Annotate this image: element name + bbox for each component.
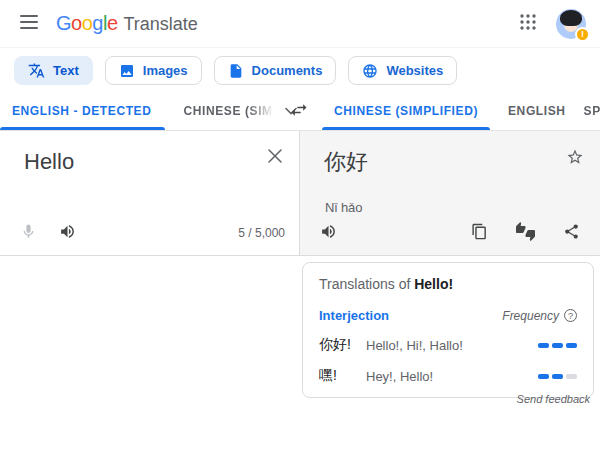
target-lang-label: CHINESE (SIMPLIFIED) [334,104,478,118]
source-text-input[interactable]: Hello [24,148,74,177]
target-panel: 你好 Nǐ hǎo [300,131,600,255]
save-translation-button[interactable] [562,144,588,173]
source-toolbar: 5 / 5,000 [0,211,299,255]
tab-images[interactable]: Images [105,56,202,85]
hamburger-icon [20,15,38,32]
translation-row[interactable]: 你好! Hello!, Hi!, Hallo! [319,336,577,354]
source-language-tabs: ENGLISH - DETECTED CHINESE (SIMPLIFIED) [0,91,300,130]
microphone-icon [20,223,37,243]
document-icon [228,63,244,79]
translation-row[interactable]: 嘿! Hey!, Hello! [319,367,577,385]
tab-images-label: Images [143,63,188,78]
tab-text-label: Text [53,63,79,78]
rate-translation-button[interactable] [510,216,541,250]
translation-term: 你好! [319,336,366,354]
source-lang-label: CHINESE (SIMPLIFIED) [183,104,277,118]
translate-icon [28,62,45,79]
target-lang-label: ENGLISH [508,104,566,118]
tab-websites-label: Websites [386,63,443,78]
menu-button[interactable] [16,11,42,36]
speaker-icon [59,223,76,243]
tab-documents-label: Documents [252,63,323,78]
definitions-header: Interjection Frequency ? [319,308,577,323]
voice-input-button[interactable] [14,217,43,249]
card-title-prefix: Translations of [319,276,410,292]
source-lang-tab-chinese[interactable]: CHINESE (SIMPLIFIED) [183,91,277,130]
translation-term: 嘿! [319,367,366,385]
card-title-word: Hello! [414,276,453,292]
close-icon [267,152,283,167]
speaker-icon [320,223,337,243]
part-of-speech[interactable]: Interjection [319,308,389,323]
google-logo: Google [56,12,118,35]
product-name: Translate [124,14,198,35]
apps-grid-icon [520,14,536,33]
frequency-bars [538,343,577,348]
translation-gloss: Hello!, Hi!, Hallo! [366,338,463,353]
app-header: Google Translate ! [0,0,600,48]
mode-tabs: Text Images Documents Websites [0,48,600,91]
globe-icon [362,63,378,79]
listen-translation-button[interactable] [314,217,343,249]
translation-gloss: Hey!, Hello! [366,369,433,384]
image-icon [119,63,135,79]
share-icon [563,223,580,243]
send-feedback-link[interactable]: Send feedback [517,393,590,405]
source-lang-tab-english-detected[interactable]: ENGLISH - DETECTED [0,91,165,130]
copy-translation-button[interactable] [465,217,494,249]
notification-badge: ! [575,27,590,42]
target-lang-tab-english[interactable]: ENGLISH [508,91,566,130]
frequency-header: Frequency ? [502,309,577,323]
target-lang-tab-chinese-simplified[interactable]: CHINESE (SIMPLIFIED) [322,91,490,130]
target-language-tabs: CHINESE (SIMPLIFIED) ENGLISH SPANISH [300,91,600,130]
listen-source-button[interactable] [53,217,82,249]
tab-text[interactable]: Text [14,56,93,85]
language-bar: ENGLISH - DETECTED CHINESE (SIMPLIFIED) … [0,91,600,131]
character-count: 5 / 5,000 [238,226,285,240]
frequency-bars [538,374,577,379]
swap-languages-button[interactable] [285,97,313,125]
target-lang-tab-spanish[interactable]: SPANISH [584,91,600,130]
clear-source-text-button[interactable] [263,144,287,171]
account-avatar[interactable]: ! [556,9,586,39]
app-logo[interactable]: Google Translate [56,12,198,35]
source-lang-label: ENGLISH - DETECTED [12,104,151,118]
tab-documents[interactable]: Documents [214,56,337,85]
share-translation-button[interactable] [557,217,586,249]
google-translate-app: Google Translate ! Text Image [0,0,600,450]
swap-arrows-icon [289,100,309,123]
google-apps-button[interactable] [516,10,540,37]
source-panel: Hello 5 / 5,000 [0,131,300,255]
card-title: Translations of Hello! [319,276,577,292]
translated-text: 你好 [324,148,368,177]
tab-websites[interactable]: Websites [348,56,457,85]
thumbs-up-down-icon [516,222,535,244]
star-outline-icon [566,154,584,169]
target-toolbar [300,211,600,255]
translate-panels: Hello 5 / 5,000 [0,131,600,256]
copy-icon [471,223,488,243]
translations-card: Translations of Hello! Interjection Freq… [302,262,594,398]
frequency-label: Frequency [502,309,559,323]
frequency-help-icon[interactable]: ? [564,309,577,322]
target-lang-label: SPANISH [584,104,600,118]
